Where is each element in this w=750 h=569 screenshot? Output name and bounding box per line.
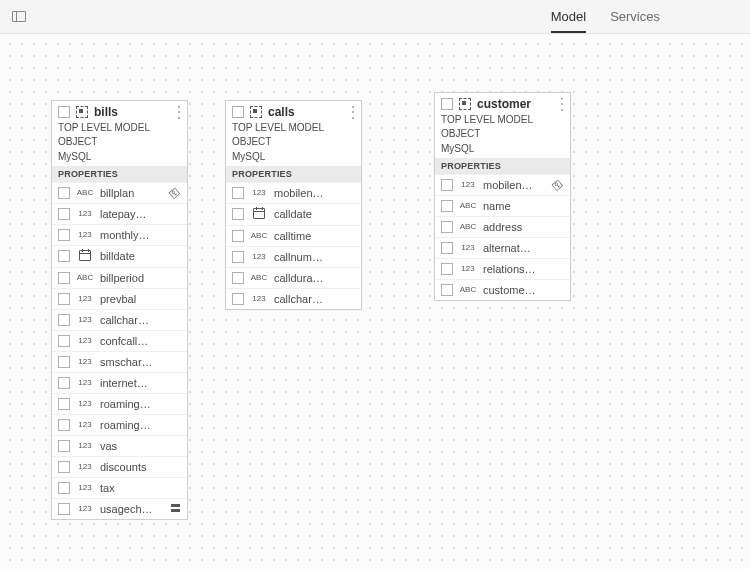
property-row[interactable]: calldate [226, 203, 361, 225]
property-checkbox[interactable] [58, 335, 70, 347]
property-checkbox[interactable] [441, 221, 453, 233]
property-checkbox[interactable] [58, 398, 70, 410]
property-checkbox[interactable] [58, 503, 70, 515]
property-type-icon: 123 [76, 315, 94, 324]
property-name: roaming… [100, 398, 163, 410]
property-checkbox[interactable] [441, 179, 453, 191]
property-type-icon: ABC [76, 273, 94, 282]
property-row[interactable]: 123smschar… [52, 351, 187, 372]
property-row[interactable]: 123roaming… [52, 393, 187, 414]
property-name: internet… [100, 377, 163, 389]
property-checkbox[interactable] [58, 356, 70, 368]
property-checkbox[interactable] [441, 284, 453, 296]
property-row[interactable]: ABCcalldura… [226, 267, 361, 288]
property-type-icon: 123 [459, 264, 477, 273]
property-type-icon: ABC [459, 222, 477, 231]
property-checkbox[interactable] [441, 200, 453, 212]
property-checkbox[interactable] [58, 272, 70, 284]
property-type-icon [250, 208, 268, 221]
kebab-menu-icon[interactable] [178, 106, 181, 119]
property-checkbox[interactable] [58, 440, 70, 452]
property-row[interactable]: 123callchar… [226, 288, 361, 309]
property-type-icon: 123 [76, 462, 94, 471]
property-checkbox[interactable] [441, 242, 453, 254]
property-type-icon: 123 [76, 399, 94, 408]
property-checkbox[interactable] [58, 187, 70, 199]
property-checkbox[interactable] [58, 229, 70, 241]
property-row[interactable]: 123discounts [52, 456, 187, 477]
property-checkbox[interactable] [232, 187, 244, 199]
property-name: usagech… [100, 503, 163, 515]
property-row[interactable]: 123relations… [435, 258, 570, 279]
tab-model[interactable]: Model [551, 0, 586, 33]
property-row[interactable]: ABCbillperiod [52, 267, 187, 288]
panel-toggle-icon[interactable] [12, 11, 26, 22]
primary-key-icon: ⚿ [552, 179, 564, 191]
property-row[interactable]: 123callnum… [226, 246, 361, 267]
property-row[interactable]: 123mobilen…⚿ [435, 174, 570, 195]
model-object-calls[interactable]: calls TOP LEVEL MODEL OBJECT MySQL PROPE… [225, 100, 362, 310]
property-checkbox[interactable] [232, 208, 244, 220]
property-type-icon: 123 [76, 209, 94, 218]
property-row[interactable]: 123latepay… [52, 203, 187, 224]
model-toplabel: TOP LEVEL MODEL OBJECT [226, 121, 361, 150]
property-checkbox[interactable] [441, 263, 453, 275]
property-row[interactable]: 123callchar… [52, 309, 187, 330]
model-source: MySQL [52, 150, 187, 166]
model-title: calls [268, 105, 295, 119]
property-type-icon: ABC [76, 188, 94, 197]
property-checkbox[interactable] [232, 251, 244, 263]
property-row[interactable]: ABCcustome… [435, 279, 570, 300]
property-checkbox[interactable] [58, 377, 70, 389]
property-checkbox[interactable] [232, 230, 244, 242]
property-checkbox[interactable] [58, 314, 70, 326]
property-checkbox[interactable] [232, 272, 244, 284]
property-name: vas [100, 440, 163, 452]
property-checkbox[interactable] [58, 250, 70, 262]
property-name: callnum… [274, 251, 337, 263]
property-row[interactable]: 123monthly… [52, 224, 187, 245]
property-row[interactable]: ABCaddress [435, 216, 570, 237]
property-name: alternat… [483, 242, 546, 254]
property-row[interactable]: billdate [52, 245, 187, 267]
property-checkbox[interactable] [58, 482, 70, 494]
kebab-menu-icon[interactable] [352, 106, 355, 119]
property-name: monthly… [100, 229, 163, 241]
property-checkbox[interactable] [232, 293, 244, 305]
property-row[interactable]: 123mobilen… [226, 182, 361, 203]
property-row[interactable]: 123usagech… [52, 498, 187, 519]
property-type-icon: ABC [459, 201, 477, 210]
properties-header: PROPERTIES [52, 166, 187, 182]
property-row[interactable]: 123confcall… [52, 330, 187, 351]
model-header: calls [226, 101, 361, 121]
select-checkbox[interactable] [58, 106, 70, 118]
property-row[interactable]: 123internet… [52, 372, 187, 393]
property-row[interactable]: 123vas [52, 435, 187, 456]
properties-list: ABCbillplan⚿123latepay…123monthly…billda… [52, 182, 187, 519]
property-row[interactable]: ABCname [435, 195, 570, 216]
select-checkbox[interactable] [441, 98, 453, 110]
model-object-icon [459, 98, 471, 110]
property-row[interactable]: 123prevbal [52, 288, 187, 309]
property-row[interactable]: 123alternat… [435, 237, 570, 258]
property-checkbox[interactable] [58, 208, 70, 220]
model-object-customer[interactable]: customer TOP LEVEL MODEL OBJECT MySQL PR… [434, 92, 571, 301]
property-name: custome… [483, 284, 546, 296]
property-checkbox[interactable] [58, 461, 70, 473]
model-object-bills[interactable]: bills TOP LEVEL MODEL OBJECT MySQL PROPE… [51, 100, 188, 520]
select-checkbox[interactable] [232, 106, 244, 118]
property-row[interactable]: ABCbillplan⚿ [52, 182, 187, 203]
model-canvas[interactable]: bills TOP LEVEL MODEL OBJECT MySQL PROPE… [0, 34, 750, 569]
property-name: latepay… [100, 208, 163, 220]
property-row[interactable]: 123roaming… [52, 414, 187, 435]
property-checkbox[interactable] [58, 419, 70, 431]
tab-services[interactable]: Services [610, 0, 660, 33]
property-row[interactable]: ABCcalltime [226, 225, 361, 246]
property-row[interactable]: 123tax [52, 477, 187, 498]
property-checkbox[interactable] [58, 293, 70, 305]
kebab-menu-icon[interactable] [561, 98, 564, 111]
property-type-icon: 123 [76, 483, 94, 492]
model-source: MySQL [435, 142, 570, 158]
calendar-icon [79, 250, 91, 261]
property-name: calltime [274, 230, 337, 242]
